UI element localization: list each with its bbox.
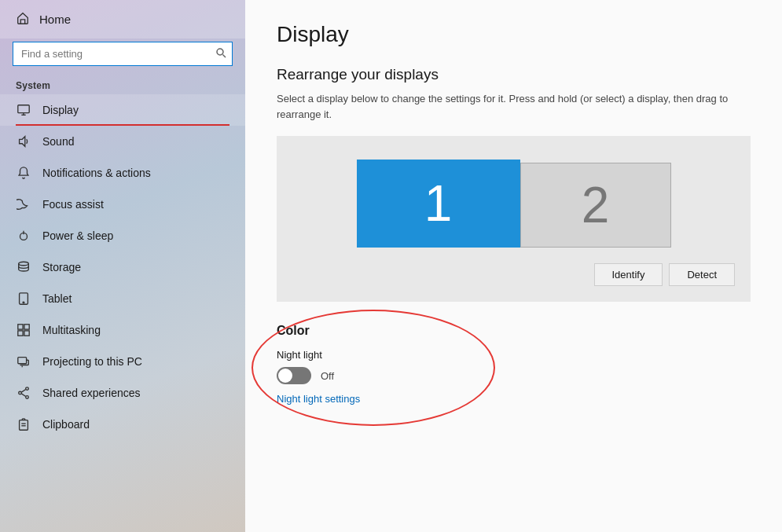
multitask-icon — [16, 322, 31, 338]
sidebar-item-label-focus: Focus assist — [42, 198, 104, 211]
display-buttons: Identify Detect — [292, 260, 735, 286]
sidebar-item-sound[interactable]: Sound — [0, 126, 245, 157]
sidebar-item-tablet[interactable]: Tablet — [0, 283, 245, 314]
sidebar-item-label-projecting: Projecting to this PC — [42, 355, 142, 368]
sidebar-home[interactable]: Home — [0, 0, 245, 39]
night-light-settings-link[interactable]: Night light settings — [277, 393, 360, 405]
power-icon — [16, 228, 31, 244]
toggle-knob — [278, 369, 292, 383]
sidebar-item-storage[interactable]: Storage — [0, 251, 245, 283]
sidebar-item-multitasking[interactable]: Multitasking — [0, 314, 245, 346]
sidebar-item-notifications[interactable]: Notifications & actions — [0, 157, 245, 189]
display-area: 1 2 Identify Detect — [277, 136, 751, 302]
toggle-row: Off — [277, 367, 751, 384]
page-title: Display — [277, 22, 751, 47]
monitor-1-label: 1 — [424, 174, 453, 233]
svg-rect-12 — [24, 325, 29, 329]
sidebar-item-label-notifications: Notifications & actions — [42, 167, 151, 179]
monitor-icon — [16, 102, 31, 118]
svg-point-19 — [26, 396, 29, 399]
sidebar-item-label-multitasking: Multitasking — [42, 324, 101, 336]
svg-rect-13 — [18, 331, 23, 336]
share-icon — [16, 385, 31, 401]
display-monitors: 1 2 — [292, 160, 735, 248]
monitor-2-label: 2 — [582, 176, 610, 234]
sidebar-item-label-storage: Storage — [42, 261, 81, 273]
home-label: Home — [39, 13, 71, 26]
night-light-label: Night light — [277, 349, 751, 361]
sidebar-item-label-sound: Sound — [42, 135, 74, 148]
svg-rect-15 — [18, 358, 27, 364]
search-wrap — [0, 39, 245, 75]
sidebar-item-label-clipboard: Clipboard — [42, 418, 90, 431]
sidebar-item-focus[interactable]: Focus assist — [0, 189, 245, 220]
svg-rect-9 — [20, 293, 28, 304]
database-icon — [16, 259, 31, 275]
detect-button[interactable]: Detect — [669, 263, 735, 286]
sidebar-item-label-power: Power & sleep — [42, 229, 113, 242]
system-section-label: System — [0, 75, 245, 94]
svg-point-18 — [19, 391, 22, 394]
sidebar-item-label-display: Display — [42, 104, 79, 116]
monitor-1[interactable]: 1 — [357, 160, 520, 248]
svg-point-10 — [23, 302, 24, 303]
night-light-toggle[interactable] — [277, 367, 311, 384]
color-section: Color Night light Off Night light settin… — [277, 324, 751, 405]
sidebar: Home System Display — [0, 0, 245, 532]
identify-button[interactable]: Identify — [594, 263, 663, 286]
toggle-state-label: Off — [321, 370, 334, 382]
search-input[interactable] — [13, 42, 233, 66]
sidebar-item-label-tablet: Tablet — [42, 292, 72, 305]
svg-rect-11 — [18, 325, 23, 329]
svg-rect-22 — [20, 420, 28, 431]
svg-point-8 — [19, 262, 29, 266]
svg-marker-5 — [20, 137, 25, 147]
speaker-icon — [16, 134, 31, 149]
clipboard-icon — [16, 416, 31, 432]
rearrange-desc: Select a display below to change the set… — [277, 91, 751, 122]
sidebar-item-shared[interactable]: Shared experiences — [0, 377, 245, 409]
home-icon — [16, 11, 30, 28]
sidebar-item-display[interactable]: Display — [0, 94, 245, 126]
svg-line-21 — [21, 394, 25, 397]
tablet-icon — [16, 291, 31, 306]
sidebar-item-projecting[interactable]: Projecting to this PC — [0, 346, 245, 377]
main-content: Display Rearrange your displays Select a… — [245, 0, 782, 532]
sidebar-item-clipboard[interactable]: Clipboard — [0, 409, 245, 440]
svg-line-20 — [21, 390, 25, 393]
rearrange-title: Rearrange your displays — [277, 66, 751, 83]
bell-icon — [16, 165, 31, 181]
moon-icon — [16, 196, 31, 212]
sidebar-item-label-shared: Shared experiences — [42, 387, 141, 399]
project-icon — [16, 354, 31, 369]
svg-point-17 — [26, 387, 29, 391]
monitor-2[interactable]: 2 — [520, 163, 671, 248]
svg-rect-14 — [24, 331, 29, 336]
svg-rect-2 — [18, 105, 29, 113]
sidebar-item-power[interactable]: Power & sleep — [0, 220, 245, 251]
color-title: Color — [277, 324, 751, 338]
